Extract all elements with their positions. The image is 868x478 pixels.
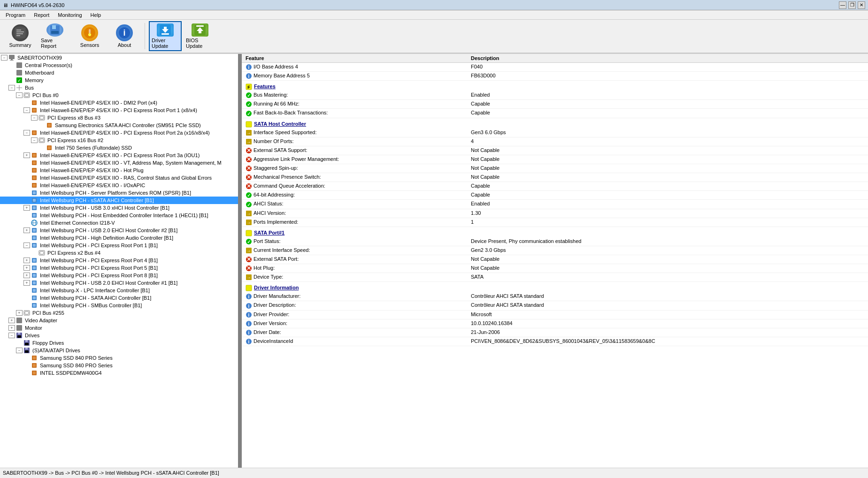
tree-item[interactable]: +Intel Wellsburg PCH - USB 2.0 EHCI Host… (0, 227, 238, 234)
tree-expand-icon[interactable]: + (8, 318, 15, 323)
tree-item[interactable]: −SABERTOOTHX99 (0, 54, 238, 61)
tree-item[interactable]: +Video Adapter (0, 317, 238, 324)
tree-item[interactable]: +Intel Wellsburg PCH - USB 3.0 xHCI Host… (0, 204, 238, 212)
tree-node-icon (38, 250, 46, 256)
maximize-button[interactable]: ❐ (848, 1, 856, 9)
tree-item[interactable]: −Intel Wellsburg PCH - PCI Express Root … (0, 242, 238, 249)
detail-row: ✕Command Queue Acceleration:Capable (242, 182, 868, 191)
tree-item[interactable]: −Drives (0, 332, 238, 339)
menu-help[interactable]: Help (87, 11, 105, 19)
driver-update-button[interactable]: Driver Update (149, 21, 182, 51)
tree-item[interactable]: Intel Wellsburg PCH - Host Embedded Cont… (0, 212, 238, 219)
tree-item[interactable]: +Intel Wellsburg PCH - PCI Express Root … (0, 272, 238, 279)
section-header-label: Driver Information (242, 282, 868, 293)
tree-expand-icon[interactable]: − (1, 55, 8, 61)
tree-item[interactable]: +Intel Wellsburg PCH - USB 2.0 EHCI Host… (0, 279, 238, 287)
svg-text:✕: ✕ (246, 265, 251, 272)
tree-item[interactable]: ✓Memory (0, 76, 238, 84)
tree-item[interactable]: Intel Wellsburg PCH - SMBus Controller [… (0, 302, 238, 309)
tree-item[interactable]: Intel Wellsburg-X - LPC Interface Contro… (0, 287, 238, 294)
tree-expand-icon[interactable]: − (31, 137, 38, 143)
tree-item[interactable]: Intel 750 Series (Fultondale) SSD (0, 144, 238, 152)
menu-program[interactable]: Program (2, 11, 29, 19)
tree-item[interactable]: Intel Haswell-EN/EP/EP 4S/EX IIO - VT, A… (0, 159, 238, 167)
tree-expand-icon[interactable]: − (16, 348, 23, 353)
tree-item[interactable]: Central Processor(s) (0, 61, 238, 69)
tree-item[interactable]: Intel Haswell-EN/EP/EP 4S/EX IIO - DMI2 … (0, 99, 238, 106)
tree-item[interactable]: INTEL SSDPEDMW400G4 (0, 369, 238, 377)
menu-monitoring[interactable]: Monitoring (54, 11, 85, 19)
tree-item[interactable]: Floppy Drives (0, 339, 238, 347)
tree-item[interactable]: −PCI Express x8 Bus #3 (0, 114, 238, 121)
tree-node-label: PCI Express x2 Bus #4 (47, 250, 100, 256)
tree-expand-icon[interactable]: + (23, 280, 30, 286)
tree-expand-icon[interactable]: + (16, 310, 23, 316)
bios-update-button[interactable]: BIOS Update (184, 21, 216, 51)
tree-item[interactable]: −PCI Express x16 Bus #2 (0, 137, 238, 144)
tree-item[interactable]: Intel Wellsburg PCH - High Definition Au… (0, 234, 238, 242)
save-report-button[interactable]: Save Report (38, 21, 71, 51)
tree-expand-icon[interactable]: − (8, 85, 15, 91)
tree-item[interactable]: +PCI Bus #255 (0, 309, 238, 317)
sensors-button[interactable]: Sensors (73, 21, 106, 51)
tree-item[interactable]: −Bus (0, 84, 238, 91)
feature-cell: →AHCI Version: (242, 209, 467, 218)
tree-item[interactable]: +Intel Haswell-EN/EP/EP 4S/EX IIO - PCI … (0, 152, 238, 159)
tree-panel[interactable]: −SABERTOOTHX99Central Processor(s)Mother… (0, 54, 239, 468)
tree-node-icon (16, 325, 23, 331)
tree-expand-icon[interactable]: − (23, 107, 30, 113)
svg-rect-103 (33, 364, 36, 367)
tree-item[interactable]: Intel Haswell-EN/EP/EP 4S/EX IIO - RAS, … (0, 174, 238, 182)
tree-item[interactable]: Intel Wellsburg PCH - Server Platform Se… (0, 189, 238, 197)
detail-row: →Ports Implemented:1 (242, 218, 868, 227)
tree-expand-icon[interactable]: + (23, 265, 30, 271)
tree-item[interactable]: +Monitor (0, 324, 238, 332)
tree-item[interactable]: −(S)ATA/ATAPI Drives (0, 347, 238, 354)
tree-node-label: Intel Haswell-EN/EP/EP 4S/EX IIO - PCI E… (40, 130, 210, 136)
titlebar-controls[interactable]: — ❐ ✕ (839, 1, 865, 9)
tree-expand-icon[interactable]: + (23, 228, 30, 233)
menu-report[interactable]: Report (30, 11, 53, 19)
tree-expand-icon[interactable]: − (16, 92, 23, 98)
tree-item[interactable]: Intel Haswell-EN/EP/EP 4S/EX IIO - I/OxA… (0, 182, 238, 189)
tree-expand-icon[interactable]: + (23, 273, 30, 278)
tree-expand-icon[interactable]: + (8, 325, 15, 331)
tree-item[interactable]: −Intel Haswell-EN/EP/EP 4S/EX IIO - PCI … (0, 129, 238, 137)
svg-rect-76 (33, 266, 36, 269)
about-button[interactable]: i About (108, 21, 141, 51)
tree-expand-icon[interactable]: − (31, 115, 38, 121)
close-button[interactable]: ✕ (858, 1, 865, 9)
tree-expand-icon[interactable]: + (23, 152, 30, 158)
svg-rect-66 (33, 229, 36, 232)
tree-item[interactable]: PCI Express x2 Bus #4 (0, 249, 238, 257)
tree-expand-icon[interactable]: + (23, 258, 30, 263)
svg-rect-49 (33, 169, 36, 172)
svg-text:i: i (248, 312, 250, 318)
tree-item[interactable]: Intel Haswell-EN/EP/EP 4S/EX IIO - Hot P… (0, 167, 238, 174)
tree-node-icon (31, 197, 38, 204)
summary-button[interactable]: Summary (4, 21, 37, 51)
svg-rect-68 (33, 236, 36, 239)
minimize-button[interactable]: — (839, 1, 846, 9)
tree-item[interactable]: Samsung SSD 840 PRO Series (0, 354, 238, 362)
tree-item[interactable]: −PCI Bus #0 (0, 91, 238, 99)
tree-item[interactable]: Motherboard (0, 69, 238, 76)
tree-expand-icon[interactable]: + (23, 205, 30, 211)
tree-expand-icon[interactable]: − (23, 243, 30, 248)
tree-item[interactable]: Samsung Electronics SATA AHCI Controller… (0, 121, 238, 129)
description-cell: FB63D000 (467, 72, 868, 81)
tree-expand-icon[interactable]: − (8, 333, 15, 338)
tree-item[interactable]: Intel Ethernet Connection I218-V (0, 219, 238, 227)
tree-item[interactable]: −Intel Haswell-EN/EP/EP 4S/EX IIO - PCI … (0, 106, 238, 114)
tree-item[interactable]: Intel Wellsburg PCH - SATA AHCI Controll… (0, 294, 238, 302)
tree-item[interactable]: +Intel Wellsburg PCH - PCI Express Root … (0, 257, 238, 264)
feature-cell: ✓Port Status: (242, 237, 467, 246)
detail-row: Driver Information (242, 282, 868, 293)
tree-node-label: Intel Haswell-EN/EP/EP 4S/EX IIO - I/OxA… (40, 182, 145, 188)
tree-node-label: Intel Haswell-EN/EP/EP 4S/EX IIO - DMI2 … (40, 100, 157, 106)
tree-item[interactable]: +Intel Wellsburg PCH - PCI Express Root … (0, 264, 238, 272)
tree-item[interactable]: Samsung SSD 840 PRO Series (0, 362, 238, 369)
tree-item[interactable]: Intel Wellsburg PCH - sSATA AHCI Control… (0, 197, 238, 204)
svg-text:✓: ✓ (247, 193, 251, 198)
tree-expand-icon[interactable]: − (23, 130, 30, 136)
